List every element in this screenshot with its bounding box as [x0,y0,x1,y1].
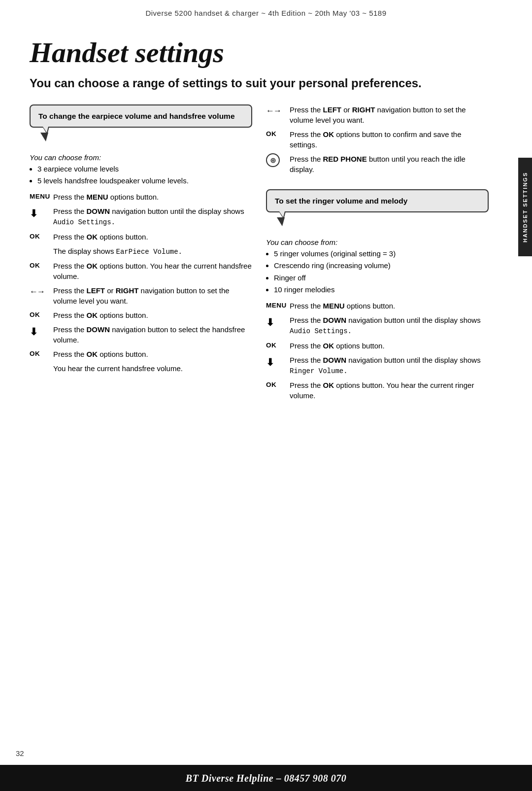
key-down: ⬇ [266,315,290,329]
instruction-row: ⬇ Press the DOWN navigation button until… [266,355,489,377]
instruction-text: Press the DOWN navigation button until t… [290,355,489,377]
header-text: Diverse 5200 handset & charger ~ 4th Edi… [145,9,386,17]
list-item: 3 earpiece volume levels [37,164,252,175]
right-section-box: To set the ringer volume and melody [266,189,489,212]
page-header: Diverse 5200 handset & charger ~ 4th Edi… [0,0,532,22]
list-item: Ringer off [274,273,489,284]
instruction-row: ⬇ Press the DOWN navigation button to se… [30,324,252,345]
key-down: ⬇ [30,206,53,220]
key-empty [30,363,53,364]
left-column: To change the earpiece volume and handsf… [30,104,252,405]
instruction-row: MENU Press the MENU options button. [266,301,489,311]
two-column-layout: To change the earpiece volume and handsf… [30,104,489,405]
key-ok: OK [266,129,290,139]
right-box-title: To set the ringer volume and melody [275,197,407,205]
instruction-text: Press the MENU options button. [53,192,252,202]
instruction-text: Press the OK options button. You hear th… [53,261,252,281]
phone-icon: ◎ [266,153,280,167]
left-box-title: To change the earpiece volume and handsf… [38,112,235,120]
instruction-row: ◎ Press the RED PHONE button until you r… [266,154,489,174]
key-menu: MENU [30,192,53,202]
key-down: ⬇ [266,355,290,369]
list-item: Crescendo ring (increasing volume) [274,260,489,272]
key-empty [30,246,53,246]
key-ok: OK [30,232,53,241]
bottom-bar: BT Diverse Helpline – 08457 908 070 [0,765,532,791]
instruction-row: ←→ Press the LEFT or RIGHT navigation bu… [30,285,252,306]
key-ok: OK [30,310,53,320]
list-item: 10 ringer melodies [274,284,489,296]
helpline-text: BT Diverse Helpline – 08457 908 070 [186,773,346,784]
instruction-text: The display shows EarPiece Volume. [53,246,252,257]
instruction-row: ←→ Press the LEFT or RIGHT navigation bu… [266,104,489,125]
instruction-text: Press the OK options button to confirm a… [290,129,489,150]
instruction-row: OK Press the OK options button. [30,349,252,359]
instruction-text: Press the DOWN navigation button until t… [53,206,252,228]
instruction-text: Press the LEFT or RIGHT navigation butto… [290,104,489,125]
main-title: Handset settings [30,37,489,69]
instruction-row: ⬇ Press the DOWN navigation button until… [266,315,489,337]
instruction-text: Press the DOWN navigation button until t… [290,315,489,337]
instruction-row: OK Press the OK options button. [266,341,489,351]
instruction-row: OK Press the OK options button. [30,232,252,242]
instruction-row: The display shows EarPiece Volume. [30,246,252,257]
key-ok: OK [266,380,290,390]
instruction-text: Press the OK options button. You hear th… [290,380,489,401]
page-number: 32 [16,749,24,757]
key-menu: MENU [266,301,290,310]
instruction-row: ⬇ Press the DOWN navigation button until… [30,206,252,228]
instruction-text: Press the OK options button. [290,341,489,351]
instruction-row: You hear the current handsfree volume. [30,363,252,374]
instruction-text: Press the OK options button. [53,232,252,242]
key-lr: ←→ [30,285,53,298]
instruction-row: OK Press the OK options button to confir… [266,129,489,150]
key-down: ⬇ [30,324,53,339]
left-bullet-list: 3 earpiece volume levels 5 levels handsf… [37,164,252,188]
instruction-row: MENU Press the MENU options button. [30,192,252,202]
key-ok: OK [266,341,290,350]
key-ok: OK [30,261,53,271]
key-phone: ◎ [266,154,290,167]
right-column: ←→ Press the LEFT or RIGHT navigation bu… [266,104,489,405]
instruction-text: Press the OK options button. [53,310,252,320]
right-bullet-list: 5 ringer volumes (original setting = 3) … [274,248,489,297]
left-you-can-choose: You can choose from: [30,153,252,162]
instruction-row: OK Press the OK options button. You hear… [266,380,489,401]
instruction-row: OK Press the OK options button. You hear… [30,261,252,281]
instruction-text: Press the LEFT or RIGHT navigation butto… [53,285,252,306]
right-you-can-choose: You can choose from: [266,238,489,246]
instruction-text: Press the DOWN navigation button to sele… [53,324,252,345]
instruction-row: OK Press the OK options button. [30,310,252,320]
left-section-box: To change the earpiece volume and handsf… [30,104,252,128]
sidebar-tab: HANDSET SETTINGS [518,158,532,256]
instruction-text: You hear the current handsfree volume. [53,363,252,374]
content-area: Handset settings You can choose a range … [30,37,502,405]
instruction-text: Press the MENU options button. [290,301,489,311]
list-item: 5 ringer volumes (original setting = 3) [274,248,489,260]
key-ok: OK [30,349,53,359]
instruction-text: Press the RED PHONE button until you rea… [290,154,489,174]
instruction-text: Press the OK options button. [53,349,252,359]
key-lr: ←→ [266,104,290,117]
subtitle: You can choose a range of settings to su… [30,75,489,91]
list-item: 5 levels handsfree loudspeaker volume le… [37,175,252,187]
